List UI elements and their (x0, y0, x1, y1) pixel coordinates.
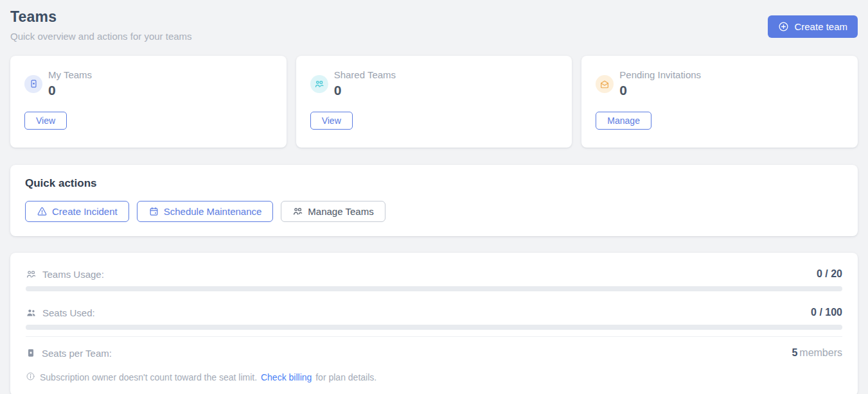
stat-card-shared-teams: Shared Teams 0 View (296, 56, 572, 148)
seats-per-team-suffix: members (799, 347, 842, 358)
create-incident-button[interactable]: Create Incident (25, 201, 129, 222)
stats-row: My Teams 0 View Shared Teams (10, 56, 858, 148)
manage-teams-label: Manage Teams (308, 206, 373, 217)
schedule-maintenance-label: Schedule Maintenance (164, 206, 262, 217)
teams-usage-left: Teams Usage: (26, 269, 104, 280)
stat-card-top: Pending Invitations 0 (596, 69, 844, 98)
stat-value: 0 (48, 83, 92, 98)
usage-card: Teams Usage: 0 / 20 Seats Used: 0 / 100 (10, 253, 858, 394)
teams-usage-value: 0 / 20 (817, 268, 842, 280)
quick-actions-buttons: Create Incident Schedule Maintenance (25, 201, 843, 222)
info-circle-icon (26, 372, 35, 383)
manage-invitations-button[interactable]: Manage (596, 112, 651, 130)
calendar-icon (148, 206, 159, 217)
stat-label: My Teams (48, 69, 92, 80)
page-title: Teams (10, 8, 192, 26)
people-group-icon (310, 75, 328, 93)
page-subtitle: Quick overview and actions for your team… (10, 31, 192, 42)
seat-limit-note: Subscription owner doesn't count toward … (26, 372, 842, 383)
stat-value: 0 (334, 83, 396, 98)
page-header-text: Teams Quick overview and actions for you… (10, 8, 192, 42)
warning-triangle-icon (37, 206, 48, 217)
note-text: Subscription owner doesn't count toward … (40, 372, 376, 382)
contact-badge-filled-icon (26, 348, 36, 358)
open-envelope-icon (596, 75, 614, 93)
seats-per-team-label: Seats per Team: (42, 348, 112, 359)
people-filled-icon (26, 307, 37, 318)
create-team-button[interactable]: Create team (768, 15, 858, 38)
stat-text: Shared Teams 0 (334, 69, 396, 98)
seats-per-team-left: Seats per Team: (26, 348, 112, 359)
seats-per-team-number: 5 (792, 347, 797, 358)
people-group-icon (292, 206, 303, 217)
stat-label: Shared Teams (334, 69, 396, 80)
seats-per-team-row: Seats per Team: 5members (26, 338, 842, 365)
plus-circle-icon (778, 21, 789, 32)
create-incident-label: Create Incident (52, 206, 118, 217)
contact-badge-icon (24, 75, 42, 93)
stat-card-top: Shared Teams 0 (310, 69, 558, 98)
view-my-teams-button[interactable]: View (24, 112, 67, 130)
stat-text: Pending Invitations 0 (619, 69, 701, 98)
page-header: Teams Quick overview and actions for you… (10, 8, 858, 42)
teams-page: Teams Quick overview and actions for you… (0, 0, 868, 394)
teams-usage-row: Teams Usage: 0 / 20 (26, 259, 842, 286)
note-text-after: for plan details. (315, 372, 376, 382)
usage-divider (26, 336, 842, 337)
seats-used-row: Seats Used: 0 / 100 (26, 298, 842, 325)
stat-label: Pending Invitations (619, 69, 701, 80)
stat-text: My Teams 0 (48, 69, 92, 98)
create-team-label: Create team (794, 21, 847, 32)
quick-actions-card: Quick actions Create Incident (10, 165, 858, 236)
teams-usage-progressbar (26, 286, 842, 291)
people-group-icon (26, 269, 37, 280)
stat-card-top: My Teams 0 (24, 69, 272, 98)
seats-per-team-value: 5members (792, 347, 842, 359)
seats-used-progressbar (26, 325, 842, 330)
quick-actions-title: Quick actions (25, 177, 843, 190)
seats-used-left: Seats Used: (26, 307, 95, 318)
stat-card-my-teams: My Teams 0 View (10, 56, 287, 148)
stat-card-pending-invitations: Pending Invitations 0 Manage (581, 56, 858, 148)
seats-used-label: Seats Used: (42, 307, 95, 318)
stat-value: 0 (619, 83, 701, 98)
note-text-before: Subscription owner doesn't count toward … (40, 372, 257, 382)
teams-usage-label: Teams Usage: (42, 269, 104, 280)
seats-used-value: 0 / 100 (811, 307, 842, 318)
schedule-maintenance-button[interactable]: Schedule Maintenance (137, 201, 274, 222)
view-shared-teams-button[interactable]: View (310, 112, 353, 130)
check-billing-link[interactable]: Check billing (261, 372, 312, 382)
manage-teams-button[interactable]: Manage Teams (281, 201, 385, 222)
